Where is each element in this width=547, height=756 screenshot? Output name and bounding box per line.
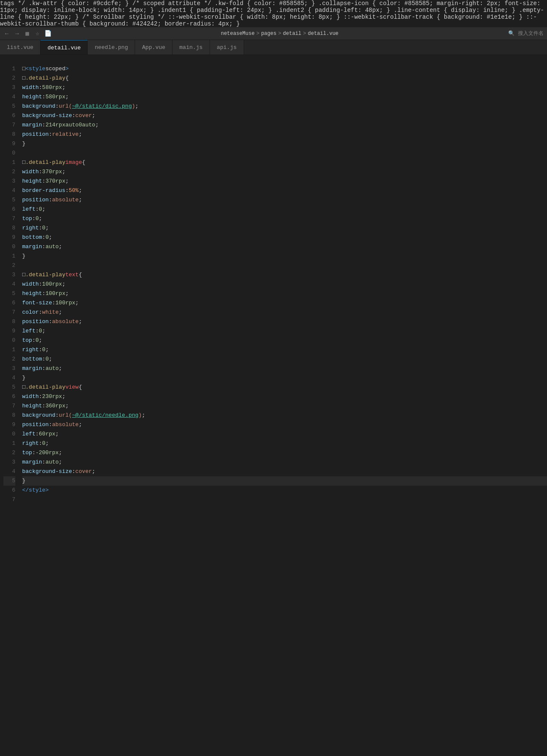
- breadcrumb: neteaseMuse > pages > detail > detail.vu…: [53, 31, 507, 37]
- top-bar-right: 🔍 搜入文件名: [508, 30, 544, 37]
- code-line-30: top: 0;: [22, 336, 547, 345]
- line-number-46: 6: [3, 486, 15, 495]
- tab-app-vue[interactable]: App.vue: [135, 40, 173, 55]
- line-number-3: 3: [3, 83, 15, 92]
- search-icon[interactable]: 🔍: [508, 30, 515, 37]
- code-line-37: height: 360rpx;: [22, 401, 547, 411]
- code-line-21: }: [22, 252, 547, 261]
- code-line-11: □.detail-play image {: [22, 158, 547, 167]
- line-number-30: 0: [3, 336, 15, 345]
- line-number-40: 0: [3, 430, 15, 439]
- code-line-40: left: 60rpx;: [22, 430, 547, 439]
- code-line-20: margin: auto;: [22, 242, 547, 252]
- forward-icon[interactable]: →: [14, 30, 20, 37]
- code-line-2: □.detail-play {: [22, 74, 547, 83]
- bookmark-icon[interactable]: ☆: [34, 30, 41, 37]
- tab-needle-png[interactable]: needle.png: [88, 40, 135, 55]
- line-number-16: 6: [3, 205, 15, 214]
- code-line-41: right: 0;: [22, 439, 547, 448]
- top-bar: ← → ▦ ☆ 📄 neteaseMuse > pages > detail >…: [0, 27, 547, 40]
- code-line-27: color: white;: [22, 308, 547, 317]
- tab-list-vue[interactable]: list.vue: [0, 40, 40, 55]
- back-icon[interactable]: ←: [3, 30, 10, 37]
- line-number-32: 2: [3, 355, 15, 364]
- line-number-25: 5: [3, 289, 15, 298]
- breadcrumb-part-3[interactable]: detail: [283, 31, 301, 37]
- editor: 1234567890123456789012345678901234567890…: [0, 55, 547, 504]
- separator-1: >: [256, 31, 259, 37]
- code-line-23: □.detail-play text {: [22, 270, 547, 280]
- separator-3: >: [303, 31, 306, 37]
- code-line-14: border-radius: 50%;: [22, 186, 547, 195]
- code-line-10: [22, 149, 547, 158]
- line-number-43: 3: [3, 458, 15, 467]
- breadcrumb-part-1[interactable]: neteaseMuse: [221, 31, 254, 37]
- code-line-34: }: [22, 373, 547, 383]
- code-line-5: background: url(~@/static/disc.png);: [22, 102, 547, 111]
- line-number-22: 2: [3, 261, 15, 270]
- line-number-4: 4: [3, 92, 15, 102]
- code-line-33: margin: auto;: [22, 364, 547, 373]
- code-line-32: bottom: 0;: [22, 355, 547, 364]
- separator-2: >: [278, 31, 281, 37]
- line-number-11: 1: [3, 158, 15, 167]
- code-line-24: width: 100rpx;: [22, 280, 547, 289]
- line-number-17: 7: [3, 214, 15, 223]
- line-numbers: 1234567890123456789012345678901234567890…: [0, 55, 20, 504]
- line-number-39: 9: [3, 420, 15, 430]
- line-number-10: 0: [3, 149, 15, 158]
- search-label: 搜入文件名: [518, 30, 544, 37]
- window-controls: ← → ▦ ☆ 📄: [3, 30, 51, 37]
- line-number-23: 3: [3, 270, 15, 280]
- line-number-37: 7: [3, 401, 15, 411]
- code-line-38: background: url(~@/static/needle.png);: [22, 411, 547, 420]
- breadcrumb-part-2[interactable]: pages: [261, 31, 276, 37]
- code-line-42: top: -200rpx;: [22, 448, 547, 458]
- tabs-bar: list.vue detail.vue needle.png App.vue m…: [0, 40, 547, 55]
- tab-main-js[interactable]: main.js: [173, 40, 210, 55]
- file-icon[interactable]: 📄: [44, 30, 51, 37]
- code-line-47: [22, 495, 547, 504]
- code-line-6: background-size: cover;: [22, 111, 547, 120]
- line-number-31: 1: [3, 345, 15, 355]
- code-line-0: [22, 55, 547, 64]
- code-line-22: [22, 261, 547, 270]
- line-number-29: 9: [3, 326, 15, 336]
- split-icon[interactable]: ▦: [24, 30, 31, 37]
- code-lines: □<style scoped>□.detail-play {width: 580…: [20, 55, 547, 504]
- code-line-39: position: absolute;: [22, 420, 547, 430]
- tab-detail-vue[interactable]: detail.vue: [40, 40, 88, 55]
- line-number-12: 2: [3, 167, 15, 177]
- line-number-9: 9: [3, 139, 15, 149]
- line-number-26: 6: [3, 298, 15, 308]
- code-line-18: right: 0;: [22, 223, 547, 233]
- line-number-42: 2: [3, 448, 15, 458]
- line-number-45: 5: [3, 476, 15, 486]
- line-number-13: 3: [3, 177, 15, 186]
- line-number-41: 1: [3, 439, 15, 448]
- breadcrumb-part-4[interactable]: detail.vue: [308, 31, 339, 37]
- line-number-33: 3: [3, 364, 15, 373]
- tab-api-js[interactable]: api.js: [210, 40, 244, 55]
- code-line-16: left: 0;: [22, 205, 547, 214]
- code-line-4: height: 580rpx;: [22, 92, 547, 102]
- line-number-35: 5: [3, 383, 15, 392]
- line-number-18: 8: [3, 223, 15, 233]
- code-line-9: }: [22, 139, 547, 149]
- code-line-29: left: 0;: [22, 326, 547, 336]
- code-line-7: margin: 214rpx auto 0 auto;: [22, 120, 547, 130]
- line-number-14: 4: [3, 186, 15, 195]
- line-number-7: 7: [3, 120, 15, 130]
- code-line-25: height: 100rpx;: [22, 289, 547, 298]
- line-number-24: 4: [3, 280, 15, 289]
- line-number-0: [3, 55, 15, 64]
- code-line-17: top: 0;: [22, 214, 547, 223]
- line-number-28: 8: [3, 317, 15, 326]
- line-number-21: 1: [3, 252, 15, 261]
- code-line-19: bottom: 0;: [22, 233, 547, 242]
- code-line-35: □.detail-play view {: [22, 383, 547, 392]
- code-line-43: margin: auto;: [22, 458, 547, 467]
- line-number-6: 6: [3, 111, 15, 120]
- code-line-3: width: 580rpx;: [22, 83, 547, 92]
- line-number-1: 1: [3, 64, 15, 74]
